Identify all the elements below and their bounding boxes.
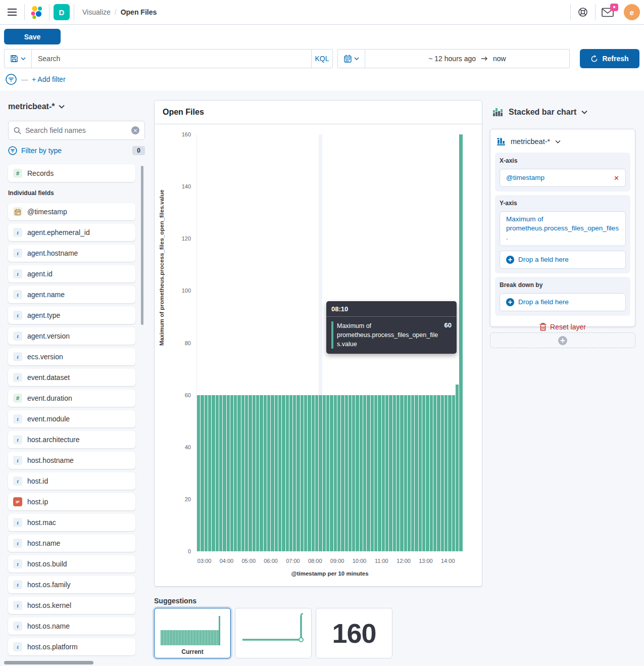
bar[interactable] [419,395,422,551]
bar[interactable] [341,395,344,551]
field-item-@timestamp[interactable]: @timestamp [8,203,135,220]
bar[interactable] [301,395,304,551]
bar[interactable] [352,395,355,551]
bar[interactable] [275,395,278,551]
bar[interactable] [289,395,292,551]
bar[interactable] [367,395,370,551]
y-axis-metric[interactable]: Maximum of prometheus.process_files_open… [506,215,619,243]
bar[interactable] [234,395,237,551]
x-axis-field[interactable]: @timestamp [506,173,544,182]
bar[interactable] [201,395,204,551]
field-item-host.os.platform[interactable]: thost.os.platform [8,638,135,655]
sidebar-horizontal-scrollbar[interactable] [4,661,93,664]
bar[interactable] [212,395,215,551]
bar[interactable] [349,395,352,551]
bar[interactable] [426,395,429,551]
bar[interactable] [293,395,296,551]
bar[interactable] [404,395,407,551]
bar[interactable] [278,395,281,551]
bar[interactable] [385,395,388,551]
bar[interactable] [360,395,363,551]
suggestion-current[interactable]: Current [154,608,231,658]
bar[interactable] [393,395,396,551]
bar[interactable] [411,395,414,551]
menu-button[interactable] [0,0,24,24]
bar[interactable] [208,395,211,551]
field-item-host.mac[interactable]: thost.mac [8,514,135,531]
bar[interactable] [319,395,322,551]
bar[interactable] [374,395,377,551]
refresh-button[interactable]: Refresh [580,49,639,68]
chart-type-switcher[interactable]: Stacked bar chart [492,107,587,117]
layer-index-pattern-switcher[interactable]: metricbeat-* [495,134,630,149]
bar[interactable] [223,395,226,551]
records-field-item[interactable]: # Records [8,164,135,182]
kql-syntax-button[interactable]: KQL [311,50,332,68]
bar[interactable] [389,395,392,551]
remove-dimension-icon[interactable]: ✕ [614,174,619,182]
saved-query-menu-button[interactable] [5,50,32,68]
time-range-from[interactable]: ~ 12 hours ago [428,55,476,63]
x-axis-dimension-chip[interactable]: @timestamp ✕ [500,169,626,187]
field-item-host.os.kernel[interactable]: thost.os.kernel [8,597,135,614]
space-selector-button[interactable]: D [49,0,74,24]
bar[interactable] [330,395,333,551]
suggestion-line-chart[interactable] [235,608,312,658]
bar[interactable] [433,395,436,551]
bar[interactable] [334,395,337,551]
bar[interactable] [415,395,418,551]
bar[interactable] [282,395,285,551]
elastic-home-button[interactable] [25,0,49,24]
bar[interactable] [400,395,403,551]
bar[interactable] [382,395,385,551]
save-button[interactable]: Save [4,29,61,44]
time-range-to[interactable]: now [493,55,506,63]
bar[interactable] [230,395,233,551]
search-query-input[interactable] [32,50,311,68]
bar[interactable] [444,395,448,551]
field-item-host.id[interactable]: thost.id [8,472,135,490]
break-down-drop-target[interactable]: Drop a field here [500,293,626,311]
field-item-event.dataset[interactable]: tevent.dataset [8,369,135,386]
suggestion-metric[interactable]: 160 [316,608,392,658]
y-axis-dimension-chip[interactable]: Maximum of prometheus.process_files_open… [500,211,626,246]
newsfeed-button[interactable] [596,0,620,24]
breadcrumb-visualize[interactable]: Visualize [82,8,111,16]
bar[interactable] [216,395,219,551]
field-item-host.architecture[interactable]: thost.architecture [8,431,135,448]
bar[interactable] [456,385,459,551]
bar[interactable] [397,395,400,551]
field-item-agent.ephemeral_id[interactable]: tagent.ephemeral_id [8,224,135,241]
bar[interactable] [308,395,311,551]
bar[interactable] [326,395,329,551]
field-item-event.module[interactable]: tevent.module [8,410,135,427]
field-search-input[interactable] [25,126,127,134]
bar[interactable] [437,395,440,551]
field-item-host.os.family[interactable]: thost.os.family [8,576,135,593]
time-range-display[interactable]: ~ 12 hours ago now [365,50,569,68]
bar[interactable] [197,395,200,551]
field-item-host.os.build[interactable]: thost.os.build [8,555,135,573]
field-item-agent.version[interactable]: tagent.version [8,327,135,345]
bar[interactable] [205,395,208,551]
y-axis-drop-target[interactable]: Drop a field here [500,251,626,269]
bar[interactable] [430,395,433,551]
bar[interactable] [371,395,374,551]
field-item-ecs.version[interactable]: tecs.version [8,348,135,365]
field-item-agent.type[interactable]: tagent.type [8,307,135,324]
bar[interactable] [245,395,248,551]
bar[interactable] [241,395,244,551]
bar[interactable] [237,395,240,551]
bar[interactable] [459,134,462,551]
bar[interactable] [253,395,256,551]
help-button[interactable] [571,0,595,24]
field-list-scrollbar[interactable] [141,166,143,325]
bar[interactable] [345,395,348,551]
bar[interactable] [219,395,222,551]
bar[interactable] [227,395,230,551]
bar[interactable] [286,395,289,551]
bar[interactable] [296,395,300,551]
reset-layer-button[interactable]: Reset layer [495,323,630,331]
bar[interactable] [304,395,307,551]
bar[interactable] [271,395,274,551]
